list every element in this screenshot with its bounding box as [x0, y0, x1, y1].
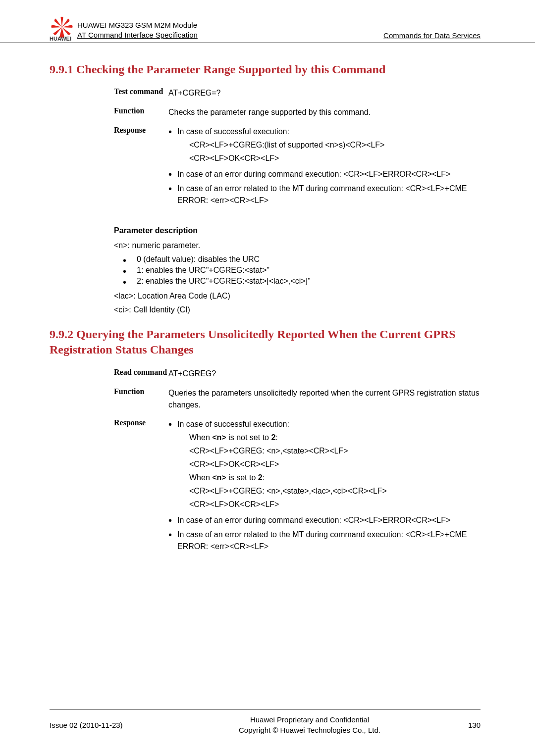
cmd-table-992: Read command AT+CGREG? Function Queries … [114, 368, 481, 555]
footer-left: Issue 02 (2010-11-23) [50, 721, 168, 729]
resp1b: <CR><LF>OK<CR><LF> [189, 152, 481, 164]
resp3: In case of an error related to the MT du… [177, 183, 481, 206]
bullet-icon: • [168, 126, 177, 166]
resp1a: <CR><LF>+CGREG:(list of supported <n>s)<… [189, 139, 481, 151]
resp2: In case of an error during command execu… [177, 168, 481, 180]
bullet-icon: • [168, 514, 177, 526]
param-ci: <ci>: Cell Identity (CI) [114, 305, 481, 314]
when2: When <n> is set to 2: [189, 472, 481, 484]
read-label: Read command [114, 368, 168, 380]
function-label-2: Function [114, 387, 168, 411]
header-right: Commands for Data Services [383, 31, 481, 40]
function-row: Function Checks the parameter range supp… [114, 106, 481, 118]
resp2-block1: In case of successful execution: When <n… [177, 418, 481, 512]
response-value: • In case of successful execution: <CR><… [168, 126, 481, 209]
bullet-icon: • [168, 183, 177, 206]
test-row: Test command AT+CGREG=? [114, 87, 481, 99]
section-991-title: 9.9.1 Checking the Parameter Range Suppo… [50, 62, 481, 77]
param-list: 0 (default value): disables the URC 1: e… [123, 255, 481, 286]
read-row: Read command AT+CGREG? [114, 368, 481, 380]
footer-c2: Copyright © Huawei Technologies Co., Ltd… [239, 726, 380, 734]
resp1-text: In case of successful execution: <CR><LF… [177, 126, 481, 166]
page-header: HUAWEI MG323 GSM M2M Module AT Command I… [0, 0, 535, 43]
function-label: Function [114, 106, 168, 118]
resp-item-3: • In case of an error related to the MT … [168, 183, 481, 206]
bullet-icon: • [168, 418, 177, 512]
response-label: Response [114, 126, 168, 209]
resp2-1: In case of successful execution: [177, 420, 289, 428]
resp2-3: In case of an error related to the MT du… [177, 529, 481, 553]
resp2-item-2: • In case of an error during command exe… [168, 514, 481, 526]
param-li-0: 0 (default value): disables the URC [123, 255, 481, 264]
resp2-item-3: • In case of an error related to the MT … [168, 529, 481, 553]
response-value-2: • In case of successful execution: When … [168, 418, 481, 555]
response-row: Response • In case of successful executi… [114, 126, 481, 209]
param-n: <n>: numeric parameter. [114, 241, 481, 250]
param-lac: <lac>: Location Area Code (LAC) [114, 292, 481, 301]
footer-right: 130 [451, 721, 481, 729]
huawei-brand-label: HUAWEI [50, 36, 71, 42]
param-li-2: 2: enables the URC"+CGREG:<stat>[<lac>,<… [123, 277, 481, 286]
read-value: AT+CGREG? [168, 368, 481, 380]
page-content: 9.9.1 Checking the Parameter Range Suppo… [0, 43, 535, 555]
response-row-2: Response • In case of successful executi… [114, 418, 481, 555]
line2b: <CR><LF>OK<CR><LF> [189, 499, 481, 510]
header-line2: AT Command Interface Specification [77, 30, 198, 40]
resp1: In case of successful execution: [177, 127, 289, 136]
function-value: Checks the parameter range supported by … [168, 106, 481, 118]
page-footer: Issue 02 (2010-11-23) Huawei Proprietary… [50, 709, 481, 735]
footer-c1: Huawei Proprietary and Confidential [250, 715, 369, 724]
section-992-title: 9.9.2 Querying the Parameters Unsolicite… [50, 327, 481, 357]
test-label: Test command [114, 87, 168, 99]
bullet-icon: • [168, 529, 177, 553]
cmd-table-991: Test command AT+CGREG=? Function Checks … [114, 87, 481, 209]
function-value-2: Queries the parameters unsolicitedly rep… [168, 387, 481, 411]
resp-item-1: • In case of successful execution: <CR><… [168, 126, 481, 166]
resp-item-2: • In case of an error during command exe… [168, 168, 481, 180]
header-line1: HUAWEI MG323 GSM M2M Module [77, 20, 198, 30]
function-row-2: Function Queries the parameters unsolici… [114, 387, 481, 411]
param-title: Parameter description [114, 226, 481, 235]
test-value: AT+CGREG=? [168, 87, 481, 99]
response-label-2: Response [114, 418, 168, 555]
bullet-icon: • [168, 168, 177, 180]
footer-center: Huawei Proprietary and Confidential Copy… [168, 714, 451, 735]
param-li-1: 1: enables the URC"+CGREG:<stat>" [123, 266, 481, 275]
line1b: <CR><LF>OK<CR><LF> [189, 458, 481, 470]
header-title-block: HUAWEI MG323 GSM M2M Module AT Command I… [77, 20, 198, 40]
when1: When <n> is not set to 2: [189, 432, 481, 444]
resp2-item-1: • In case of successful execution: When … [168, 418, 481, 512]
line1a: <CR><LF>+CGREG: <n>,<state><CR><LF> [189, 445, 481, 457]
param-section: Parameter description <n>: numeric param… [114, 226, 481, 314]
resp2-2: In case of an error during command execu… [177, 514, 481, 526]
line2a: <CR><LF>+CGREG: <n>,<state>,<lac>,<ci><C… [189, 485, 481, 497]
